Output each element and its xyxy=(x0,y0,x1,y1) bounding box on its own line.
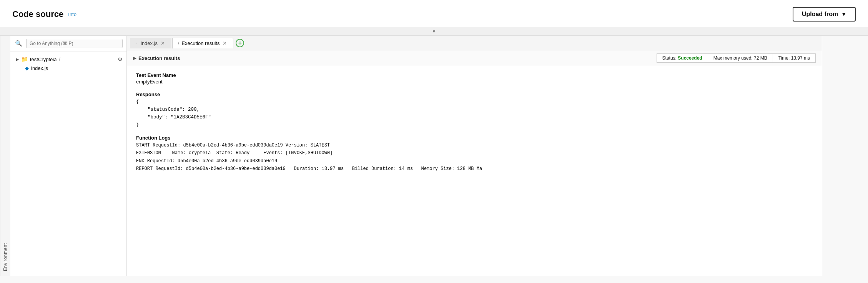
folder-icon: 📁 xyxy=(21,56,28,62)
exec-content: Test Event Name emptyEvent Response { "s… xyxy=(127,66,822,276)
info-link[interactable]: Info xyxy=(68,12,76,17)
page-title: Code source xyxy=(12,9,63,19)
file-item[interactable]: ◆ index.js xyxy=(10,64,126,73)
exec-panel-header: ▶ Execution results Status: Succeeded Ma… xyxy=(127,50,822,66)
file-name: index.js xyxy=(31,65,48,71)
folder-path: / xyxy=(59,57,60,62)
main-layout: Environment 🔍 ▶ 📁 testCrypteia / ⚙ ◆ ind… xyxy=(0,36,868,276)
exec-panel-title: ▶ Execution results xyxy=(133,55,180,61)
file-toolbar: 🔍 xyxy=(10,36,126,52)
execution-panel: ▶ Execution results Status: Succeeded Ma… xyxy=(127,50,822,276)
tab-exec-icon: / xyxy=(178,40,179,46)
exec-panel-title-label: Execution results xyxy=(138,55,180,61)
upload-chevron-icon: ▼ xyxy=(841,11,846,17)
function-logs-label: Function Logs xyxy=(136,135,813,141)
search-icon-button[interactable]: 🔍 xyxy=(14,39,23,48)
response-label: Response xyxy=(136,92,813,97)
collapse-bar[interactable]: ▼ xyxy=(0,27,868,36)
tab-index-js[interactable]: ╴ index.js ✕ xyxy=(130,38,171,48)
test-event-value: emptyEvent xyxy=(136,79,813,85)
test-event-label: Test Event Name xyxy=(136,72,813,78)
status-value: Succeeded xyxy=(678,55,702,61)
function-logs-content: START RequestId: d5b4e00a-b2ed-4b36-a9be… xyxy=(136,142,813,173)
add-tab-icon: + xyxy=(238,40,242,47)
exec-meta: Status: Succeeded Max memory used: 72 MB… xyxy=(657,53,816,63)
tabs-bar: ╴ index.js ✕ / Execution results ✕ + xyxy=(127,36,822,50)
folder-chevron-icon: ▶ xyxy=(16,57,19,62)
time-label: Time: xyxy=(778,55,790,61)
response-code: { "statusCode": 200, "body": "1A2B3C4D5E… xyxy=(136,98,813,129)
collapse-icon: ▼ xyxy=(432,29,436,33)
folder-settings-button[interactable]: ⚙ xyxy=(118,56,123,62)
tab-execution-results-label: Execution results xyxy=(181,40,219,46)
memory-value: 72 MB xyxy=(754,55,767,61)
editor-area: ╴ index.js ✕ / Execution results ✕ + ▶ E… xyxy=(127,36,822,276)
search-input[interactable] xyxy=(26,39,123,48)
right-panel xyxy=(822,36,868,276)
status-box: Status: Succeeded xyxy=(657,53,708,63)
environment-label: Environment xyxy=(0,36,10,276)
tab-index-js-icon: ╴ xyxy=(136,40,138,46)
tab-execution-results[interactable]: / Execution results ✕ xyxy=(172,38,233,48)
time-box: Time: 13.97 ms xyxy=(773,53,816,63)
exec-chevron-icon: ▶ xyxy=(133,56,136,61)
upload-from-button[interactable]: Upload from ▼ xyxy=(793,7,856,22)
tab-index-js-close[interactable]: ✕ xyxy=(160,41,166,46)
memory-box: Max memory used: 72 MB xyxy=(708,53,773,63)
tab-index-js-label: index.js xyxy=(141,40,158,46)
folder-item[interactable]: ▶ 📁 testCrypteia / ⚙ xyxy=(10,55,126,64)
tab-exec-close[interactable]: ✕ xyxy=(222,41,228,46)
top-header: Code source Info Upload from ▼ xyxy=(0,0,868,27)
sidebar: Environment 🔍 ▶ 📁 testCrypteia / ⚙ ◆ ind… xyxy=(0,36,127,276)
upload-from-label: Upload from xyxy=(802,11,838,18)
time-value: 13.97 ms xyxy=(791,55,810,61)
sidebar-content: 🔍 ▶ 📁 testCrypteia / ⚙ ◆ index.js xyxy=(10,36,126,276)
header-left: Code source Info xyxy=(12,9,76,19)
file-tree: ▶ 📁 testCrypteia / ⚙ ◆ index.js xyxy=(10,52,126,76)
folder-name: testCrypteia xyxy=(30,57,57,62)
status-label: Status: xyxy=(662,55,677,61)
add-tab-button[interactable]: + xyxy=(236,39,244,47)
file-icon: ◆ xyxy=(25,65,29,71)
memory-label: Max memory used: xyxy=(713,55,753,61)
